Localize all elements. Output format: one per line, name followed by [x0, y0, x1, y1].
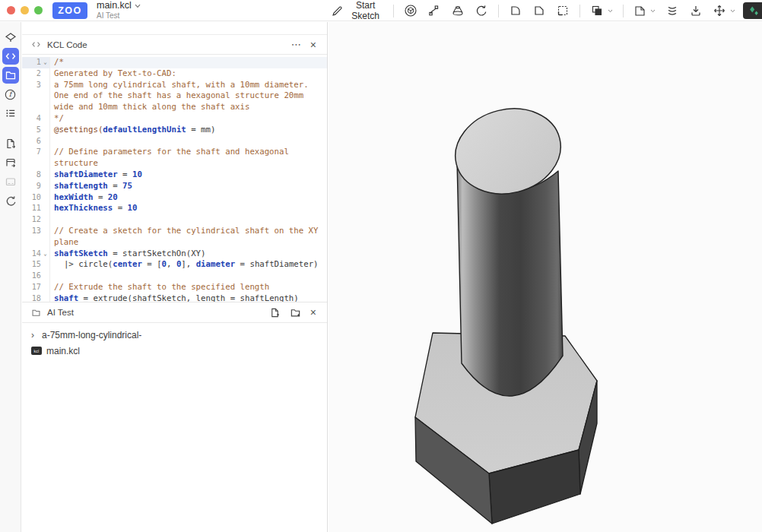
zoo-logo[interactable]: ZOO [52, 2, 87, 19]
project-subtitle: AI Test [97, 12, 141, 20]
code-token-plain: = extrude(shaftSketch, length = shaftLen… [78, 293, 299, 302]
code-text: // Create a sketch for the cylindrical s… [49, 226, 327, 249]
close-panel-button[interactable]: × [309, 39, 318, 51]
tree-folder-row[interactable]: ›a-75mm-long-cylindrical- [22, 327, 327, 343]
code-line[interactable]: 2Generated by Text-to-CAD: [22, 68, 327, 80]
shell-button[interactable] [554, 2, 572, 19]
helix-button[interactable] [663, 2, 681, 19]
chevron-down-icon [135, 4, 141, 8]
code-line[interactable]: 17// Extrude the shaft to the specified … [22, 282, 327, 293]
shaft-with-hex-base-model[interactable] [329, 22, 762, 532]
import-button[interactable] [687, 2, 705, 19]
refresh-button[interactable] [2, 192, 19, 209]
variables-pane-button[interactable]: f [2, 86, 19, 103]
kcl-code-pane-button[interactable] [2, 48, 19, 65]
line-number: 6 [37, 136, 41, 147]
project-title-block[interactable]: main.kcl AI Test [97, 1, 141, 20]
code-line[interactable]: 8shaftDiameter = 10 [22, 169, 327, 181]
fold-chevron-icon[interactable]: ⌄ [41, 57, 49, 68]
code-line[interactable]: 1⌄/* [22, 57, 327, 68]
code-line[interactable]: 6 [22, 136, 327, 147]
code-line[interactable]: 14⌄shaftSketch = startSketchOn(XY) [22, 249, 327, 260]
panel-menu-button[interactable]: ⋯ [290, 39, 303, 50]
chevron-down-icon [730, 9, 735, 13]
chevron-right-icon[interactable]: › [31, 330, 37, 340]
line-number-gutter: 11 [22, 203, 49, 214]
code-line[interactable]: 16 [22, 271, 327, 282]
export-file-button[interactable] [2, 135, 19, 152]
tree-file-row[interactable]: kclmain.kcl [22, 343, 327, 359]
revolve-button[interactable] [472, 2, 491, 19]
code-text: Generated by Text-to-CAD: [49, 68, 327, 80]
move-button[interactable] [710, 2, 738, 19]
code-line[interactable]: 10hexWidth = 20 [22, 192, 327, 204]
minimize-window-button[interactable] [21, 6, 29, 14]
line-number-gutter: 2 [22, 68, 49, 80]
fillet-button[interactable] [506, 2, 525, 19]
code-line[interactable]: 15 |> circle(center = [0, 0], diameter =… [22, 259, 327, 271]
code-line[interactable]: 5@settings(defaultLengthUnit = mm) [22, 125, 327, 136]
terminal-button[interactable] [2, 173, 19, 190]
code-text: @settings(defaultLengthUnit = mm) [49, 125, 327, 136]
plane-button[interactable] [630, 2, 658, 19]
code-token-plain: = [ [142, 259, 162, 269]
kcl-file-icon: kcl [31, 347, 42, 355]
kcl-code-editor[interactable]: 1⌄/*2Generated by Text-to-CAD:3a 75mm lo… [22, 55, 327, 302]
line-number: 2 [37, 68, 41, 80]
line-number-gutter: 16 [22, 271, 49, 282]
code-token-com: */ [54, 113, 64, 123]
close-panel-button[interactable]: × [309, 306, 318, 318]
extrude-button[interactable] [402, 2, 420, 19]
cylinder-body[interactable] [457, 161, 563, 396]
pencil-icon [331, 5, 344, 17]
code-text: // Define parameters for the shaft and h… [49, 147, 327, 169]
line-number-gutter: 12 [22, 214, 49, 226]
code-line[interactable]: 3a 75mm long cylindrical shaft, with a 1… [22, 80, 327, 113]
code-line[interactable]: 9shaftLength = 75 [22, 181, 327, 192]
code-line[interactable]: 18shaft = extrude(shaftSketch, length = … [22, 293, 327, 302]
line-number: 8 [37, 169, 41, 181]
modeling-viewport[interactable] [329, 22, 762, 532]
code-line[interactable]: 7// Define parameters for the shaft and … [22, 147, 327, 169]
line-number-gutter: 13 [22, 226, 49, 249]
fold-chevron-icon[interactable]: ⌄ [41, 249, 49, 260]
kcl-code-panel-header: KCL Code ⋯ × [22, 34, 327, 55]
sweep-button[interactable] [425, 2, 443, 19]
project-files-pane-button[interactable] [2, 67, 19, 84]
new-folder-button[interactable] [288, 307, 303, 318]
sketch-plane-icon[interactable] [2, 29, 19, 46]
loft-button[interactable] [449, 2, 467, 19]
text-to-cad-sparkles-icon [748, 5, 760, 17]
start-sketch-button[interactable]: Start Sketch [329, 0, 386, 23]
line-number: 10 [32, 192, 41, 204]
loft-icon [451, 4, 465, 17]
code-icon [31, 40, 41, 49]
panel-spacer [22, 22, 327, 34]
code-token-plain: , [167, 259, 176, 269]
new-file-button[interactable] [268, 307, 282, 318]
code-line[interactable]: 13// Create a sketch for the cylindrical… [22, 226, 327, 249]
revolve-icon [475, 4, 488, 17]
line-number-gutter: 9 [22, 181, 49, 192]
svg-text:f: f [9, 90, 14, 98]
code-line[interactable]: 11hexThickness = 10 [22, 203, 327, 214]
code-line[interactable]: 4*/ [22, 113, 327, 125]
zoom-window-button[interactable] [34, 6, 43, 14]
code-token-plain: = [113, 203, 127, 213]
code-line[interactable]: 12 [22, 214, 327, 226]
code-text: shaftLength = 75 [49, 181, 327, 192]
file-tree: ›a-75mm-long-cylindrical-kclmain.kcl [22, 323, 327, 359]
code-token-var: shaft [54, 293, 78, 302]
boolean-button[interactable] [588, 2, 615, 19]
code-text: shaftSketch = startSketchOn(XY) [49, 249, 327, 260]
code-text: shaft = extrude(shaftSketch, length = sh… [49, 293, 327, 302]
text-to-cad-button[interactable] [743, 2, 762, 19]
close-window-button[interactable] [7, 6, 15, 14]
window-titlebar: ZOO main.kcl AI Test Start Sketch [0, 0, 762, 21]
chamfer-button[interactable] [530, 2, 548, 19]
share-file-button[interactable] [2, 154, 19, 171]
files-panel-title: AI Test [47, 308, 74, 317]
kcl-code-panel: KCL Code ⋯ × 1⌄/*2Generated by Text-to-C… [22, 34, 327, 302]
feature-list-pane-button[interactable] [2, 105, 19, 122]
code-token-prop: diameter [196, 259, 235, 269]
